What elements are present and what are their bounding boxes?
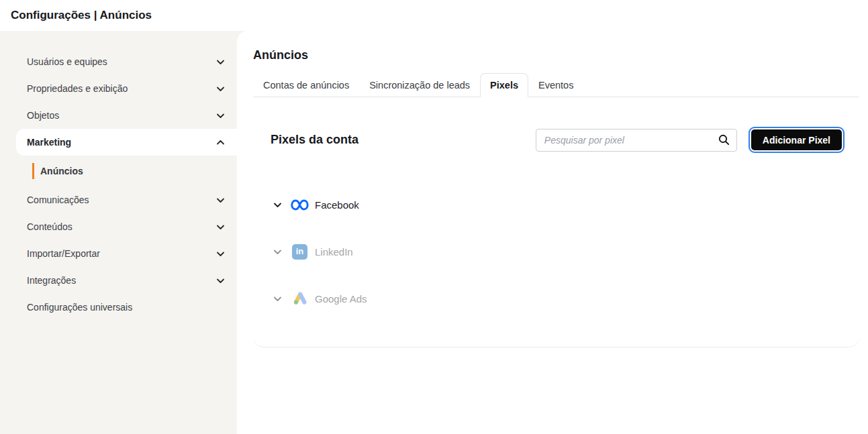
chevron-down-icon	[216, 59, 225, 65]
chevron-down-icon	[216, 278, 225, 284]
sidebar-item-anuncios-label: Anúncios	[32, 163, 83, 179]
chevron-down-icon[interactable]	[273, 296, 282, 302]
google-ads-icon	[291, 292, 309, 305]
chevron-down-icon	[216, 197, 225, 203]
pixel-provider-label: Facebook	[315, 199, 359, 211]
chevron-up-icon	[216, 140, 225, 146]
settings-sidebar: Usuários e equipes Propriedades e exibiç…	[0, 31, 237, 434]
chevron-down-icon[interactable]	[273, 202, 282, 208]
pixels-section-title: Pixels da conta	[271, 133, 536, 147]
chevron-down-icon	[216, 86, 225, 92]
sidebar-item-anuncios[interactable]: Anúncios	[32, 156, 237, 186]
pixel-search-field	[536, 129, 737, 152]
sidebar-item-objetos[interactable]: Objetos	[0, 102, 237, 129]
settings-page: Configurações | Anúncios Usuários e equi…	[0, 0, 868, 434]
main-title: Anúncios	[253, 48, 859, 62]
sidebar-item-importar-exportar[interactable]: Importar/Exportar	[0, 240, 237, 267]
pixel-row-facebook[interactable]: Facebook	[273, 181, 859, 228]
tab-eventos[interactable]: Eventos	[528, 73, 583, 97]
tab-sincronizacao-de-leads[interactable]: Sincronização de leads	[359, 73, 480, 97]
pixels-toolbar: Pixels da conta Adicionar Pixel	[253, 127, 859, 153]
add-pixel-focus-ring: Adicionar Pixel	[749, 127, 845, 153]
sidebar-item-integracoes[interactable]: Integrações	[0, 267, 237, 294]
page-title: Configurações | Anúncios	[11, 9, 152, 22]
tab-bar: Contas de anúncios Sincronização de lead…	[253, 73, 859, 97]
sidebar-item-propriedades-e-exibicao[interactable]: Propriedades e exibição	[0, 75, 237, 102]
sidebar-item-configuracoes-universais[interactable]: Configurações universais	[0, 294, 237, 321]
pixel-row-linkedin[interactable]: in LinkedIn	[273, 228, 859, 275]
linkedin-icon: in	[291, 244, 309, 260]
meta-icon	[291, 199, 309, 211]
chevron-down-icon	[216, 224, 225, 230]
chevron-down-icon[interactable]	[273, 249, 282, 255]
main-panel: Anúncios Contas de anúncios Sincronizaçã…	[237, 31, 868, 434]
chevron-down-icon	[216, 113, 225, 119]
pixel-search-input[interactable]	[536, 129, 737, 152]
sidebar-item-conteudos[interactable]: Conteúdos	[0, 213, 237, 240]
pixels-list: Facebook in LinkedIn Google A	[253, 153, 859, 347]
add-pixel-button[interactable]: Adicionar Pixel	[751, 129, 842, 150]
pixel-provider-label: LinkedIn	[315, 246, 353, 258]
chevron-down-icon	[216, 251, 225, 257]
sidebar-item-marketing[interactable]: Marketing	[16, 129, 237, 156]
sidebar-item-comunicacoes[interactable]: Comunicações	[0, 186, 237, 213]
pixel-provider-label: Google Ads	[315, 293, 367, 305]
pixel-row-google-ads[interactable]: Google Ads	[273, 275, 859, 322]
page-header: Configurações | Anúncios	[0, 0, 868, 31]
sidebar-item-usuarios-e-equipes[interactable]: Usuários e equipes	[0, 48, 237, 75]
tab-contas-de-anuncios[interactable]: Contas de anúncios	[253, 73, 359, 97]
tab-pixels[interactable]: Pixels	[480, 73, 528, 97]
